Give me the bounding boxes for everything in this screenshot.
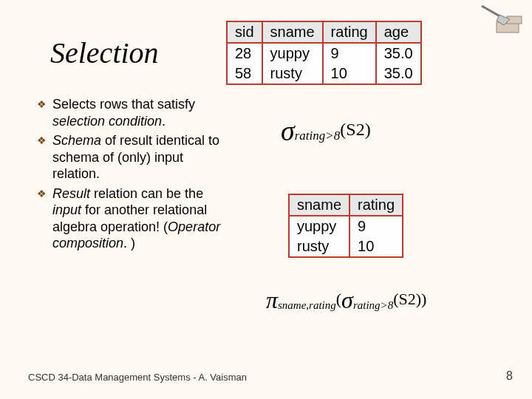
footer-text: CSCD 34-Data Management Systems - A. Vai… xyxy=(28,372,247,383)
col-sname: sname xyxy=(262,22,323,43)
pi-symbol: π xyxy=(266,287,278,313)
page-number: 8 xyxy=(506,369,513,383)
sigma-symbol: σ xyxy=(341,287,353,313)
bullet-marker: ❖ xyxy=(37,132,47,149)
sigma-argument: (S2) xyxy=(340,120,370,139)
pi-sigma-formula: πsname,rating(σrating>8(S2)) xyxy=(266,287,426,314)
bullet-item: ❖ Result relation can be the input for a… xyxy=(37,185,229,252)
table-row: rusty 10 xyxy=(290,236,402,256)
col-sname: sname xyxy=(290,195,349,216)
slide-title: Selection xyxy=(50,35,159,70)
bullet-item: ❖ Schema of result identical to schema o… xyxy=(37,132,229,183)
corner-graphic xyxy=(467,1,526,38)
bullet-list: ❖ Selects rows that satisfy selection co… xyxy=(37,96,229,255)
table-header-row: sname rating xyxy=(290,195,402,216)
bullet-text: Selects rows that satisfy selection cond… xyxy=(52,96,229,129)
bullet-marker: ❖ xyxy=(37,185,47,202)
col-rating: rating xyxy=(323,22,376,43)
bullet-marker: ❖ xyxy=(37,96,47,112)
sigma-subscript: rating>8 xyxy=(353,299,393,311)
table: sid sname rating age 28 yuppy 9 35.0 58 … xyxy=(228,22,420,83)
bullet-item: ❖ Selects rows that satisfy selection co… xyxy=(37,96,229,129)
table: sname rating yuppy 9 rusty 10 xyxy=(290,195,402,256)
table-row: yuppy 9 xyxy=(290,216,402,236)
pi-subscript: sname,rating xyxy=(278,299,336,311)
table-row: 58 rusty 10 35.0 xyxy=(228,64,420,83)
table-header-row: sid sname rating age xyxy=(228,22,420,43)
sigma-symbol: σ xyxy=(281,115,295,146)
col-sid: sid xyxy=(228,22,262,43)
open-paren: ( xyxy=(336,290,341,308)
selection-result-table: sid sname rating age 28 yuppy 9 35.0 58 … xyxy=(226,21,422,85)
projection-result-table: sname rating yuppy 9 rusty 10 xyxy=(288,194,403,258)
col-rating: rating xyxy=(349,195,402,216)
bullet-text: Result relation can be the input for ano… xyxy=(52,185,229,252)
slide: Selection ❖ Selects rows that satisfy se… xyxy=(0,0,532,399)
col-age: age xyxy=(376,22,420,43)
sigma-formula: σrating>8(S2) xyxy=(281,115,371,147)
table-row: 28 yuppy 9 35.0 xyxy=(228,43,420,64)
pi-argument: (S2)) xyxy=(393,290,426,308)
bullet-text: Schema of result identical to schema of … xyxy=(52,132,229,183)
sigma-subscript: rating>8 xyxy=(295,129,341,143)
